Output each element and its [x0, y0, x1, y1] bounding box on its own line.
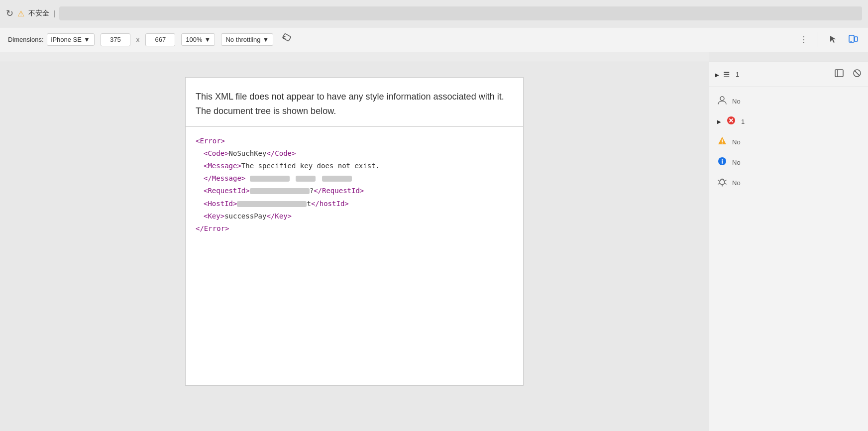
xml-line-8: </Error>: [196, 222, 513, 235]
xml-message: This XML file does not appear to have an…: [186, 78, 523, 127]
separator: |: [53, 9, 55, 17]
dimensions-group: Dimensions: iPhone SE ▼: [8, 33, 95, 46]
ruler-main: [0, 52, 709, 62]
xml-line-6: <HostId>t</hostId>: [196, 198, 513, 210]
toolbar-separator: [818, 32, 818, 47]
xml-tag: </Error>: [196, 224, 229, 232]
device-selector[interactable]: iPhone SE ▼: [47, 33, 95, 46]
block-icon[interactable]: [852, 68, 862, 81]
throttling-chevron-icon: ▼: [263, 36, 269, 43]
svg-rect-2: [855, 37, 858, 41]
xml-line-5: <RequestId>?</RequestId>: [196, 185, 513, 197]
zoom-level: 100%: [186, 36, 202, 43]
side-panel: ☰ 1: [709, 62, 868, 431]
blurred-requestid: [250, 188, 310, 194]
xml-tag: <HostId>: [204, 200, 237, 208]
xml-line-1: <Error>: [196, 135, 513, 147]
xml-text: The specified key does not exist.: [241, 162, 380, 170]
panel-left-icon[interactable]: [834, 68, 844, 81]
cursor-tool-icon[interactable]: [826, 32, 840, 48]
xml-tag: <RequestId>: [204, 187, 250, 195]
side-panel-top-bar: ☰ 1: [709, 62, 868, 87]
ruler-side: [709, 52, 868, 62]
xml-tag: <Error>: [196, 137, 225, 145]
svg-line-19: [725, 180, 726, 181]
user-item-text: No: [732, 98, 741, 105]
device-chevron-icon: ▼: [84, 36, 90, 43]
svg-line-21: [725, 183, 726, 184]
svg-point-8: [720, 97, 724, 101]
xml-line-7: <Key>successPay</Key>: [196, 210, 513, 222]
device-frame: This XML file does not appear to have an…: [185, 77, 524, 386]
xml-text: successPay: [224, 212, 266, 220]
browser-chrome: ↻ ⚠ 不安全 |: [0, 0, 868, 27]
xml-tag: <Message>: [204, 162, 241, 170]
error-icon: [726, 115, 736, 128]
user-icon: [717, 95, 727, 108]
side-panel-items: No 1: [709, 87, 868, 197]
width-input[interactable]: [101, 33, 130, 46]
main-layout: This XML file does not appear to have an…: [0, 62, 868, 431]
blurred-3: [322, 176, 352, 182]
blurred-2: [296, 176, 316, 182]
xml-tag: </Key>: [266, 212, 292, 220]
x-separator: x: [136, 36, 140, 43]
side-counter: 1: [736, 71, 739, 78]
expand-arrow-icon[interactable]: [715, 72, 719, 78]
xml-tag: <Code>: [204, 149, 229, 157]
side-panel-item-info[interactable]: No: [709, 152, 868, 173]
insecure-label: 不安全: [28, 9, 49, 18]
list-icon[interactable]: ☰: [723, 70, 730, 79]
xml-tag: <Key>: [204, 212, 224, 220]
xml-line-4: </Message>: [196, 172, 513, 185]
xml-text: t: [307, 200, 311, 208]
zoom-selector[interactable]: 100% ▼: [181, 33, 215, 46]
reload-button[interactable]: ↻: [6, 8, 13, 19]
error-item-text: 1: [741, 118, 745, 125]
rotate-icon[interactable]: [279, 31, 294, 48]
svg-rect-4: [835, 70, 843, 77]
svg-line-18: [718, 180, 720, 181]
ruler-area: [0, 52, 868, 62]
device-viewport: This XML file does not appear to have an…: [0, 62, 709, 431]
side-panel-item-error[interactable]: 1: [709, 111, 868, 132]
svg-line-7: [855, 71, 860, 76]
height-input[interactable]: [145, 33, 175, 46]
warning-item-text: No: [732, 138, 741, 146]
device-mode-icon[interactable]: [846, 32, 860, 48]
xml-line-2: <Code>NoSuchKey</Code>: [196, 147, 513, 160]
svg-point-16: [722, 159, 723, 160]
blurred-hostid: [237, 201, 307, 207]
xml-tag: </hostId>: [311, 200, 349, 208]
device-name: iPhone SE: [51, 36, 82, 43]
xml-tag: </RequestId>: [314, 187, 364, 195]
side-panel-item-user[interactable]: No: [709, 91, 868, 111]
dimensions-label: Dimensions:: [8, 36, 44, 43]
error-expand-icon[interactable]: [717, 119, 721, 124]
devtools-toolbar: Dimensions: iPhone SE ▼ x 100% ▼ No thro…: [0, 27, 868, 52]
info-icon: [717, 156, 727, 169]
xml-line-3: <Message>The specified key does not exis…: [196, 160, 513, 172]
throttling-label: No throttling: [225, 36, 260, 43]
security-warning-icon: ⚠: [17, 9, 24, 18]
debug-icon: [717, 177, 727, 189]
svg-point-17: [720, 180, 725, 185]
warning-icon: [717, 136, 727, 148]
debug-item-text: No: [732, 179, 741, 187]
xml-tag: </Code>: [266, 149, 296, 157]
xml-tag: </Message>: [204, 174, 245, 182]
blurred-1: [250, 176, 290, 182]
throttling-selector[interactable]: No throttling ▼: [221, 33, 273, 46]
url-bar[interactable]: [59, 6, 862, 20]
side-panel-item-debug[interactable]: No: [709, 173, 868, 193]
svg-point-13: [722, 143, 723, 144]
svg-line-20: [718, 183, 720, 184]
xml-text: NoSuchKey: [229, 149, 267, 157]
info-item-text: No: [732, 159, 741, 166]
xml-text: ?: [310, 187, 314, 195]
side-panel-item-warning[interactable]: No: [709, 132, 868, 152]
zoom-chevron-icon: ▼: [205, 36, 211, 43]
xml-tree: <Error> <Code>NoSuchKey</Code> <Message>…: [186, 127, 523, 243]
more-options-icon[interactable]: ⋮: [798, 33, 810, 46]
